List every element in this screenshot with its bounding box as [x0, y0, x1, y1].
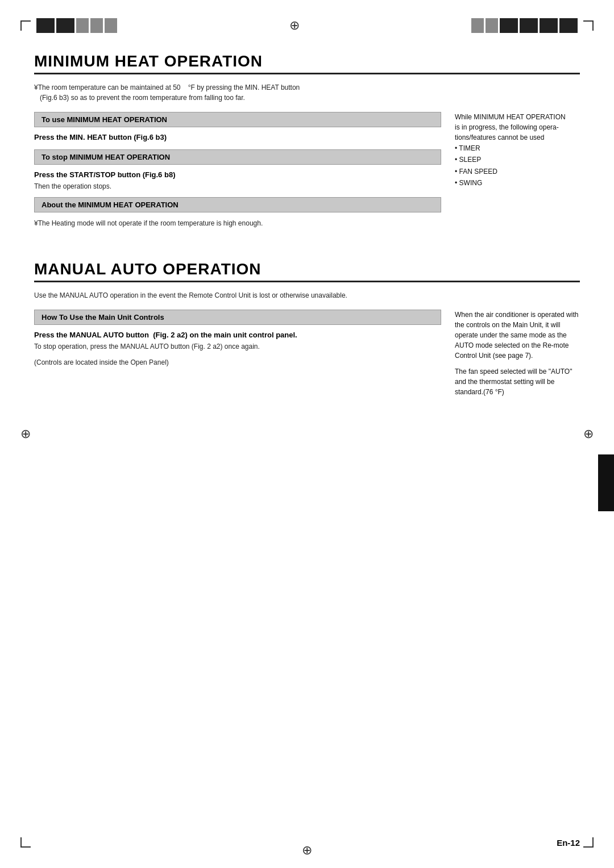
header-block-gray-r1 [471, 18, 484, 33]
manual-auto-two-col: How To Use the Main Unit Controls Press … [34, 310, 580, 397]
header-block-gray-1 [76, 18, 89, 33]
header-left-blocks [36, 18, 117, 33]
corner-mark-top-left [20, 20, 31, 31]
stop-highlight-box: To stop MINIMUM HEAT OPERATION [34, 149, 441, 165]
page: ⊕ ⊕ ⊕ MINIMUM HEAT OPERATION ¥The room t… [0, 0, 614, 868]
press-manual-body2: (Controls are located inside the Open Pa… [34, 357, 441, 368]
minimum-heat-col-left: To use MINIMUM HEAT OPERATION Press the … [34, 112, 441, 234]
about-highlight-box: About the MINIMUM HEAT OPERATION [34, 197, 441, 212]
minimum-heat-section: MINIMUM HEAT OPERATION ¥The room tempera… [34, 52, 580, 234]
sidebar-item-sleep: SLEEP [455, 154, 580, 165]
header-block-2 [56, 18, 74, 33]
press-stop-body: Then the operation stops. [34, 181, 441, 191]
corner-mark-top-right [583, 20, 594, 31]
header-block-r3 [540, 18, 558, 33]
stop-label: To stop MINIMUM HEAT OPERATION [42, 153, 170, 161]
use-label: To use MINIMUM HEAT OPERATION [42, 115, 167, 124]
sidebar-list: TIMER SLEEP FAN SPEED SWING [455, 143, 580, 189]
press-min-heading: Press the MIN. HEAT button (Fig.6 b3) [34, 133, 441, 141]
minimum-heat-divider [34, 73, 580, 74]
manual-auto-col-right: When the air conditioner is operated wit… [455, 310, 580, 397]
press-manual-body1: To stop operation, press the MANUAL AUTO… [34, 341, 441, 352]
left-margin-crosshair: ⊕ [20, 427, 31, 441]
header-block-gray-r2 [486, 18, 498, 33]
how-to-highlight-box: How To Use the Main Unit Controls [34, 310, 441, 325]
footer-crosshair: ⊕ [302, 843, 312, 858]
about-label: About the MINIMUM HEAT OPERATION [42, 201, 179, 209]
minimum-heat-intro: ¥The room temperature can be maintained … [34, 82, 580, 103]
corner-mark-bottom-right [583, 837, 594, 848]
header-crosshair: ⊕ [289, 19, 300, 32]
press-stop-heading: Press the START/STOP button (Fig.6 b8) [34, 170, 441, 179]
manual-auto-title: MANUAL AUTO OPERATION [34, 260, 580, 278]
use-highlight-box: To use MINIMUM HEAT OPERATION [34, 112, 441, 127]
header-block-r2 [520, 18, 538, 33]
how-to-label: How To Use the Main Unit Controls [42, 313, 164, 322]
header-block-1 [36, 18, 55, 33]
header: ⊕ [0, 0, 614, 41]
manual-auto-col-left: How To Use the Main Unit Controls Press … [34, 310, 441, 397]
press-manual-heading: Press the MANUAL AUTO button (Fig. 2 a2)… [34, 331, 441, 339]
header-block-gray-2 [90, 18, 103, 33]
corner-mark-bottom-left [20, 837, 31, 848]
header-right-blocks [471, 18, 578, 33]
sidebar-item-swing: SWING [455, 177, 580, 189]
header-block-gray-3 [105, 18, 117, 33]
sidebar-title: While MINIMUM HEAT OPERATIONis in progre… [455, 112, 580, 143]
right-margin-crosshair: ⊕ [583, 427, 594, 441]
header-block-r4 [559, 18, 578, 33]
minimum-heat-two-col: To use MINIMUM HEAT OPERATION Press the … [34, 112, 580, 234]
side-tab [598, 454, 614, 511]
manual-auto-section: MANUAL AUTO OPERATION Use the MANUAL AUT… [34, 260, 580, 397]
manual-auto-divider [34, 281, 580, 282]
minimum-heat-title: MINIMUM HEAT OPERATION [34, 52, 580, 70]
sidebar-item-fan-speed: FAN SPEED [455, 166, 580, 177]
manual-auto-sidebar-para2: The fan speed selected will be "AUTO" an… [455, 366, 580, 397]
page-number: En-12 [557, 838, 580, 848]
header-block-r1 [500, 18, 518, 33]
main-content: MINIMUM HEAT OPERATION ¥The room tempera… [0, 41, 614, 408]
sidebar-item-timer: TIMER [455, 143, 580, 154]
manual-auto-sidebar-para1: When the air conditioner is operated wit… [455, 310, 580, 361]
minimum-heat-col-right: While MINIMUM HEAT OPERATIONis in progre… [455, 112, 580, 234]
about-body: ¥The Heating mode will not operate if th… [34, 218, 441, 228]
manual-auto-intro: Use the MANUAL AUTO operation in the eve… [34, 290, 580, 301]
